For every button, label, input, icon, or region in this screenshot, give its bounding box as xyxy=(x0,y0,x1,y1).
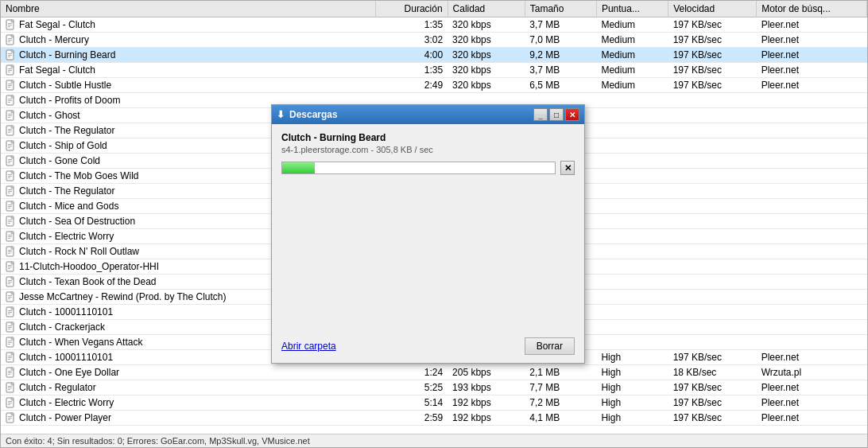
cell-engine xyxy=(757,93,867,108)
svg-rect-57 xyxy=(8,159,12,160)
svg-rect-123 xyxy=(8,325,12,326)
cell-engine xyxy=(757,305,867,320)
svg-rect-130 xyxy=(8,342,12,343)
cell-engine xyxy=(757,184,867,199)
cell-engine xyxy=(757,123,867,138)
cell-name: Clutch - One Eye Dollar xyxy=(1,365,376,380)
col-header-speed[interactable]: Velocidad xyxy=(668,1,757,18)
cell-engine xyxy=(757,275,867,290)
cell-score xyxy=(596,290,668,305)
svg-rect-59 xyxy=(8,162,10,163)
svg-rect-5 xyxy=(8,26,10,27)
svg-rect-82 xyxy=(8,221,12,222)
col-header-name[interactable]: Nombre xyxy=(1,1,376,18)
close-button[interactable]: ✕ xyxy=(565,108,579,121)
cell-speed xyxy=(668,138,757,154)
table-row[interactable]: Clutch - Electric Worry5:14192 kbps7,2 M… xyxy=(1,395,867,411)
table-row[interactable]: Clutch - Burning Beard4:00320 kbps9,2 MB… xyxy=(1,48,867,63)
cell-score xyxy=(596,320,668,335)
download-dialog: ⬇ Descargas _ □ ✕ Clutch - Burning Beard… xyxy=(271,104,585,364)
svg-rect-101 xyxy=(8,268,10,269)
cell-score xyxy=(596,138,668,154)
cell-quality: 192 kbps xyxy=(448,395,525,411)
svg-rect-113 xyxy=(8,298,10,299)
table-row[interactable]: Clutch - One Eye Dollar1:24205 kbps2,1 M… xyxy=(1,365,867,380)
minimize-button[interactable]: _ xyxy=(533,108,548,121)
progress-bar-container xyxy=(281,162,556,174)
file-icon xyxy=(6,352,17,363)
table-row[interactable]: Clutch - Regulator5:25193 kbps7,7 MBHigh… xyxy=(1,380,867,395)
cell-score: High xyxy=(596,395,668,411)
cell-size: 4,1 MB xyxy=(525,411,596,426)
dialog-icon: ⬇ xyxy=(277,109,285,120)
col-header-size[interactable]: Tamaño xyxy=(525,1,596,18)
table-row[interactable]: Clutch - Subtle Hustle2:49320 kbps6,5 MB… xyxy=(1,78,867,93)
cell-quality: 320 kbps xyxy=(448,18,525,33)
svg-rect-137 xyxy=(8,359,10,360)
cell-name-text: Clutch - Electric Worry xyxy=(19,231,114,242)
cell-quality: 192 kbps xyxy=(448,411,525,426)
cell-speed: 197 KB/sec xyxy=(668,48,757,63)
table-row[interactable]: Fat Segal - Clutch1:35320 kbps3,7 MBMedi… xyxy=(1,63,867,78)
cell-name-text: Clutch - Burning Beard xyxy=(19,49,115,60)
col-header-engine[interactable]: Motor de búsq... xyxy=(757,1,867,18)
cell-size: 3,7 MB xyxy=(525,18,596,33)
cell-score: Medium xyxy=(596,18,668,33)
svg-rect-141 xyxy=(8,371,12,372)
status-bar: Con éxito: 4; Sin resultados: 0; Errores… xyxy=(1,434,867,447)
cell-score xyxy=(596,108,668,123)
cell-engine xyxy=(757,290,867,305)
svg-rect-159 xyxy=(8,416,12,417)
svg-rect-136 xyxy=(8,357,12,358)
cell-engine xyxy=(757,108,867,123)
svg-rect-95 xyxy=(8,253,10,254)
progress-cancel-button[interactable]: ✕ xyxy=(560,161,575,175)
cell-name-text: Clutch - The Regulator xyxy=(19,185,115,197)
maximize-button[interactable]: □ xyxy=(549,108,564,121)
dialog-window: ⬇ Descargas _ □ ✕ Clutch - Burning Beard… xyxy=(271,104,585,364)
file-icon xyxy=(6,185,17,197)
cell-score xyxy=(596,154,668,169)
cell-score xyxy=(596,93,668,108)
cell-speed xyxy=(668,335,757,350)
cell-quality: 193 kbps xyxy=(448,380,525,395)
svg-rect-53 xyxy=(8,147,10,148)
dialog-spacer xyxy=(281,181,575,325)
table-row[interactable]: Fat Segal - Clutch1:35320 kbps3,7 MBMedi… xyxy=(1,18,867,33)
col-header-duration[interactable]: Duración xyxy=(376,1,448,18)
col-header-score[interactable]: Puntua... xyxy=(596,1,668,18)
cell-score xyxy=(596,305,668,320)
cell-name-text: Clutch - Electric Worry xyxy=(19,397,114,408)
svg-rect-112 xyxy=(8,297,12,298)
cell-score: Medium xyxy=(596,48,668,63)
col-header-quality[interactable]: Calidad xyxy=(448,1,525,18)
svg-rect-46 xyxy=(8,131,12,131)
cell-size: 3,7 MB xyxy=(525,63,596,78)
svg-rect-3 xyxy=(8,23,12,24)
cell-engine xyxy=(757,229,867,244)
cell-name-text: Clutch - Ghost xyxy=(19,110,80,121)
open-folder-button[interactable]: Abrir carpeta xyxy=(281,337,336,355)
cell-name-text: Clutch - Crackerjack xyxy=(19,321,105,333)
svg-rect-58 xyxy=(8,161,12,162)
svg-rect-45 xyxy=(8,129,12,130)
cell-score xyxy=(596,199,668,214)
svg-rect-93 xyxy=(8,250,12,251)
svg-rect-160 xyxy=(8,418,12,419)
dialog-title: Descargas xyxy=(289,109,338,120)
svg-rect-106 xyxy=(8,282,12,282)
table-row[interactable]: Clutch - Mercury3:02320 kbps7,0 MBMedium… xyxy=(1,33,867,48)
cell-name-text: Clutch - One Eye Dollar xyxy=(19,367,119,378)
svg-rect-41 xyxy=(8,117,10,118)
cell-name: Clutch - Subtle Hustle xyxy=(1,78,376,93)
cell-score: Medium xyxy=(596,33,668,48)
table-row[interactable]: Clutch - Power Player2:59192 kbps4,1 MBH… xyxy=(1,411,867,426)
cell-name-text: Clutch - When Vegans Attack xyxy=(19,337,142,348)
cell-engine: Pleer.net xyxy=(757,33,867,48)
progress-row: ✕ xyxy=(281,161,575,175)
cell-speed xyxy=(668,169,757,184)
file-icon xyxy=(6,306,17,317)
file-icon xyxy=(6,367,17,378)
svg-rect-105 xyxy=(8,280,12,281)
delete-button[interactable]: Borrar xyxy=(525,337,575,355)
